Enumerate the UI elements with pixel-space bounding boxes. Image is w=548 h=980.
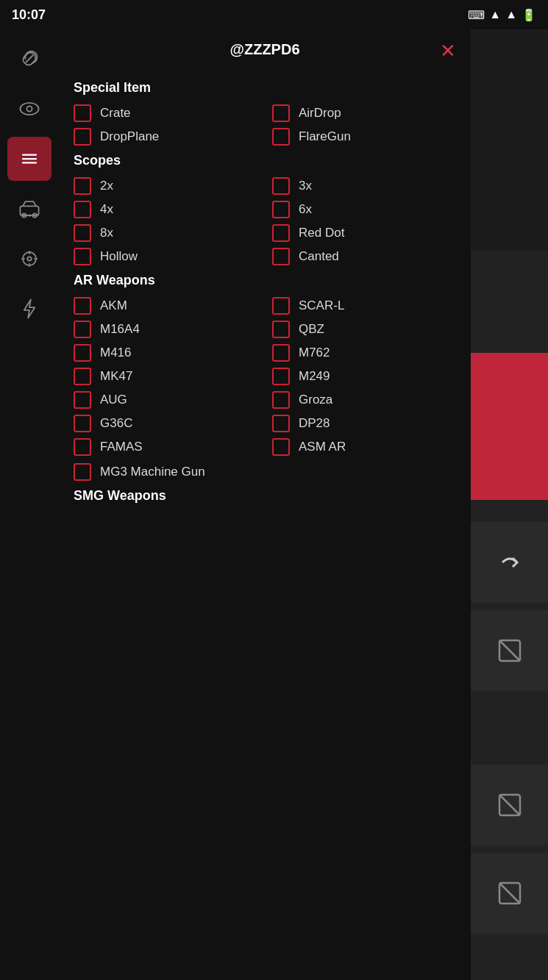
checkbox-aug[interactable]: AUG: [74, 391, 257, 409]
checkbox-label-m416: M416: [100, 346, 132, 360]
checkbox-box-scarl[interactable]: [272, 297, 290, 315]
checkbox-mk47[interactable]: MK47: [74, 368, 257, 385]
sidebar-item-eye[interactable]: [7, 87, 51, 131]
checkbox-label-qbz: QBZ: [299, 322, 324, 337]
sidebar-item-target[interactable]: [7, 237, 51, 281]
checkbox-label-mg3: MG3 Machine Gun: [100, 465, 205, 479]
checkbox-hollow[interactable]: Hollow: [74, 248, 257, 265]
checkbox-label-g36c: G36C: [100, 416, 132, 431]
battery-icon: 🔋: [522, 8, 536, 22]
close-button[interactable]: ✕: [440, 41, 456, 60]
checkbox-box-qbz[interactable]: [272, 321, 290, 338]
checkbox-label-m762: M762: [299, 346, 330, 360]
checkbox-label-m249: M249: [299, 369, 330, 384]
checkbox-label-3x: 3x: [299, 179, 312, 193]
checkbox-dropplane[interactable]: DropPlane: [74, 128, 257, 146]
checkbox-airdrop[interactable]: AirDrop: [272, 104, 456, 122]
checkbox-3x[interactable]: 3x: [272, 177, 456, 195]
checkbox-box-g36c[interactable]: [74, 415, 91, 432]
checkbox-label-4x: 4x: [100, 202, 113, 217]
status-time: 10:07: [12, 7, 46, 23]
sidebar-item-link[interactable]: [7, 37, 51, 81]
checkbox-box-m249[interactable]: [272, 368, 290, 385]
svg-point-4: [20, 103, 38, 115]
checkbox-6x[interactable]: 6x: [272, 201, 456, 218]
status-icons: ⌨ ▲ ▲ 🔋: [468, 8, 536, 22]
checkbox-flaregun[interactable]: FlareGun: [272, 128, 456, 146]
checkbox-box-mk47[interactable]: [74, 368, 91, 385]
checkbox-box-airdrop[interactable]: [272, 104, 290, 122]
checkbox-label-airdrop: AirDrop: [299, 106, 341, 121]
checkbox-qbz[interactable]: QBZ: [272, 321, 456, 338]
checkbox-scarl[interactable]: SCAR-L: [272, 297, 456, 315]
checkbox-box-m16a4[interactable]: [74, 321, 91, 338]
checkbox-box-dropplane[interactable]: [74, 128, 91, 146]
checkbox-box-dp28[interactable]: [272, 415, 290, 432]
checkbox-box-m416[interactable]: [74, 344, 91, 362]
checkbox-g36c[interactable]: G36C: [74, 415, 257, 432]
checkbox-label-8x: 8x: [100, 226, 113, 240]
checkbox-box-reddot[interactable]: [272, 224, 290, 242]
checkbox-box-famas[interactable]: [74, 438, 91, 456]
checkbox-box-aug[interactable]: [74, 391, 91, 409]
section-title-ar: AR Weapons: [74, 273, 456, 288]
sidebar-item-car[interactable]: [7, 187, 51, 231]
checkbox-akm[interactable]: AKM: [74, 297, 257, 315]
checkbox-canted[interactable]: Canted: [272, 248, 456, 265]
checkbox-4x[interactable]: 4x: [74, 201, 257, 218]
checkbox-dp28[interactable]: DP28: [272, 415, 456, 432]
checkbox-box-mg3[interactable]: [74, 463, 91, 481]
checkbox-reddot[interactable]: Red Dot: [272, 224, 456, 242]
checkbox-asmar[interactable]: ASM AR: [272, 438, 456, 456]
checkbox-box-m762[interactable]: [272, 344, 290, 362]
checkbox-box-4x[interactable]: [74, 201, 91, 218]
wifi-icon: ▲: [489, 8, 501, 21]
checkbox-famas[interactable]: FAMAS: [74, 438, 257, 456]
svg-point-5: [26, 106, 32, 111]
checkbox-box-3x[interactable]: [272, 177, 290, 195]
checkbox-box-crate[interactable]: [74, 104, 91, 122]
checkbox-box-canted[interactable]: [272, 248, 290, 265]
checkbox-m16a4[interactable]: M16A4: [74, 321, 257, 338]
section-ar-weapons: AR Weapons AKM SCAR-L M16A4 QBZ M416: [74, 273, 456, 481]
sidebar: [0, 29, 59, 980]
special-items-grid: Crate AirDrop DropPlane FlareGun: [74, 104, 456, 146]
checkbox-label-dp28: DP28: [299, 416, 330, 431]
checkbox-box-flaregun[interactable]: [272, 128, 290, 146]
section-title-special: Special Item: [74, 80, 456, 96]
ar-items-grid: AKM SCAR-L M16A4 QBZ M416 M762: [74, 297, 456, 456]
checkbox-label-dropplane: DropPlane: [100, 129, 159, 144]
checkbox-label-flaregun: FlareGun: [299, 129, 351, 144]
checkbox-label-canted: Canted: [299, 249, 339, 264]
checkbox-box-hollow[interactable]: [74, 248, 91, 265]
checkbox-groza[interactable]: Groza: [272, 391, 456, 409]
checkbox-label-crate: Crate: [100, 106, 131, 121]
checkbox-m416[interactable]: M416: [74, 344, 257, 362]
checkbox-box-groza[interactable]: [272, 391, 290, 409]
checkbox-label-famas: FAMAS: [100, 440, 143, 454]
sidebar-item-menu[interactable]: [7, 137, 51, 181]
checkbox-2x[interactable]: 2x: [74, 177, 257, 195]
checkbox-mg3[interactable]: MG3 Machine Gun: [74, 463, 456, 481]
checkbox-8x[interactable]: 8x: [74, 224, 257, 242]
panel-title: @ZZZPD6: [229, 41, 299, 58]
checkbox-box-asmar[interactable]: [272, 438, 290, 456]
sidebar-item-lightning[interactable]: [7, 287, 51, 331]
checkbox-label-6x: 6x: [299, 202, 312, 217]
checkbox-m249[interactable]: M249: [272, 368, 456, 385]
checkbox-label-hollow: Hollow: [100, 249, 138, 264]
checkbox-box-2x[interactable]: [74, 177, 91, 195]
scopes-items-grid: 2x 3x 4x 6x 8x Red Dot: [74, 177, 456, 265]
checkbox-m762[interactable]: M762: [272, 344, 456, 362]
checkbox-label-reddot: Red Dot: [299, 226, 344, 240]
signal-icon: ▲: [505, 8, 517, 21]
section-title-scopes: Scopes: [74, 153, 456, 168]
section-scopes: Scopes 2x 3x 4x 6x 8x: [74, 153, 456, 265]
checkbox-box-6x[interactable]: [272, 201, 290, 218]
panel-header: @ZZZPD6 ✕: [74, 41, 456, 65]
checkbox-label-scarl: SCAR-L: [299, 298, 344, 313]
checkbox-label-groza: Groza: [299, 393, 332, 407]
checkbox-crate[interactable]: Crate: [74, 104, 257, 122]
checkbox-box-akm[interactable]: [74, 297, 91, 315]
checkbox-box-8x[interactable]: [74, 224, 91, 242]
